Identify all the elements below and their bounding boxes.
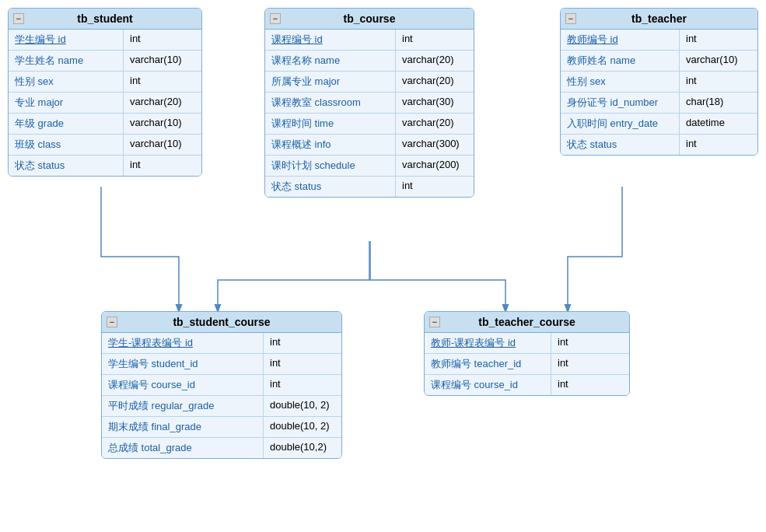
field-type: int [396, 177, 474, 197]
table-row: 学生编号 student_id int [102, 354, 341, 375]
field-type: varchar(10) [124, 135, 201, 155]
field-type: char(18) [680, 93, 757, 113]
table-tb-student-course-header: − tb_student_course [102, 312, 341, 333]
field-type: varchar(200) [396, 156, 474, 176]
field-type: varchar(20) [396, 114, 474, 134]
table-row: 入职时间 entry_date datetime [561, 114, 757, 135]
table-tb-teacher: − tb_teacher 教师编号 id int 教师姓名 name varch… [560, 8, 758, 156]
table-tb-student-course: − tb_student_course 学生-课程表编号 id int 学生编号… [101, 311, 342, 459]
field-name: 学生编号 student_id [102, 354, 264, 374]
field-name: 课程教室 classroom [265, 93, 396, 113]
table-row: 教师编号 teacher_id int [425, 354, 629, 375]
table-tb-teacher-body: 教师编号 id int 教师姓名 name varchar(10) 性别 sex… [561, 30, 757, 155]
field-type: int [680, 30, 757, 50]
field-type: int [551, 333, 629, 353]
field-name: 性别 sex [9, 72, 124, 92]
field-type: double(10, 2) [264, 417, 341, 437]
table-row: 课程时间 time varchar(20) [265, 114, 474, 135]
field-type: int [124, 72, 201, 92]
field-type: varchar(10) [124, 51, 201, 71]
table-row: 班级 class varchar(10) [9, 135, 201, 156]
table-row: 性别 sex int [561, 72, 757, 93]
table-row: 总成绩 total_grade double(10,2) [102, 438, 341, 458]
table-row: 所属专业 major varchar(20) [265, 72, 474, 93]
field-name: 课时计划 schedule [265, 156, 396, 176]
table-row: 学生姓名 name varchar(10) [9, 51, 201, 72]
collapse-icon-student-course[interactable]: − [107, 317, 117, 327]
table-row: 课程编号 id int [265, 30, 474, 51]
field-name: 年级 grade [9, 114, 124, 134]
collapse-icon-teacher[interactable]: − [565, 13, 576, 24]
field-name: 学生姓名 name [9, 51, 124, 71]
field-name: 所属专业 major [265, 72, 396, 92]
table-row: 状态 status int [265, 177, 474, 197]
field-type: datetime [680, 114, 757, 134]
field-type: int [551, 354, 629, 374]
field-type: varchar(30) [396, 93, 474, 113]
field-name: 状态 status [9, 156, 124, 176]
field-name: 学生-课程表编号 id [102, 333, 264, 353]
field-type: int [551, 375, 629, 395]
table-row: 课程名称 name varchar(20) [265, 51, 474, 72]
field-name: 课程概述 info [265, 135, 396, 155]
field-type: int [264, 375, 341, 395]
table-tb-course: − tb_course 课程编号 id int 课程名称 name varcha… [264, 8, 474, 198]
field-name: 总成绩 total_grade [102, 438, 264, 458]
field-name: 课程编号 course_id [425, 375, 551, 395]
field-name: 课程编号 id [265, 30, 396, 50]
field-name: 教师-课程表编号 id [425, 333, 551, 353]
table-tb-teacher-course: − tb_teacher_course 教师-课程表编号 id int 教师编号… [424, 311, 630, 396]
table-row: 年级 grade varchar(10) [9, 114, 201, 135]
table-row: 状态 status int [9, 156, 201, 176]
table-row: 平时成绩 regular_grade double(10, 2) [102, 396, 341, 417]
table-tb-student-course-title: tb_student_course [173, 316, 270, 328]
field-name: 性别 sex [561, 72, 680, 92]
table-tb-teacher-course-title: tb_teacher_course [478, 316, 575, 328]
field-type: int [680, 72, 757, 92]
table-tb-course-header: − tb_course [265, 9, 474, 30]
field-name: 课程时间 time [265, 114, 396, 134]
field-name: 课程编号 course_id [102, 375, 264, 395]
field-name: 入职时间 entry_date [561, 114, 680, 134]
field-name: 教师编号 teacher_id [425, 354, 551, 374]
field-type: varchar(20) [396, 51, 474, 71]
field-type: int [264, 354, 341, 374]
collapse-icon-teacher-course[interactable]: − [429, 317, 440, 327]
field-type: varchar(20) [124, 93, 201, 113]
field-type: double(10,2) [264, 438, 341, 458]
table-row: 课时计划 schedule varchar(200) [265, 156, 474, 177]
table-row: 学生-课程表编号 id int [102, 333, 341, 354]
field-name: 教师编号 id [561, 30, 680, 50]
collapse-icon-student[interactable]: − [13, 13, 24, 24]
table-tb-teacher-header: − tb_teacher [561, 9, 757, 30]
field-type: varchar(20) [396, 72, 474, 92]
collapse-icon-course[interactable]: − [270, 13, 281, 24]
field-type: int [680, 135, 757, 155]
field-type: double(10, 2) [264, 396, 341, 416]
diagram-container: − tb_student 学生编号 id int 学生姓名 name varch… [0, 0, 766, 532]
field-name: 平时成绩 regular_grade [102, 396, 264, 416]
field-name: 学生编号 id [9, 30, 124, 50]
table-tb-teacher-course-header: − tb_teacher_course [425, 312, 629, 333]
field-name: 身份证号 id_number [561, 93, 680, 113]
field-name: 教师姓名 name [561, 51, 680, 71]
field-type: varchar(10) [124, 114, 201, 134]
table-row: 课程概述 info varchar(300) [265, 135, 474, 156]
table-tb-student-body: 学生编号 id int 学生姓名 name varchar(10) 性别 sex… [9, 30, 201, 176]
table-row: 学生编号 id int [9, 30, 201, 51]
table-row: 性别 sex int [9, 72, 201, 93]
table-row: 课程教室 classroom varchar(30) [265, 93, 474, 114]
table-tb-student: − tb_student 学生编号 id int 学生姓名 name varch… [8, 8, 202, 177]
table-tb-course-body: 课程编号 id int 课程名称 name varchar(20) 所属专业 m… [265, 30, 474, 197]
table-tb-student-title: tb_student [77, 12, 133, 25]
field-name: 课程名称 name [265, 51, 396, 71]
table-row: 教师-课程表编号 id int [425, 333, 629, 354]
field-type: varchar(10) [680, 51, 757, 71]
table-row: 状态 status int [561, 135, 757, 155]
field-name: 状态 status [265, 177, 396, 197]
table-row: 课程编号 course_id int [102, 375, 341, 396]
table-row: 专业 major varchar(20) [9, 93, 201, 114]
table-row: 课程编号 course_id int [425, 375, 629, 395]
table-tb-teacher-title: tb_teacher [631, 12, 687, 25]
table-row: 教师编号 id int [561, 30, 757, 51]
